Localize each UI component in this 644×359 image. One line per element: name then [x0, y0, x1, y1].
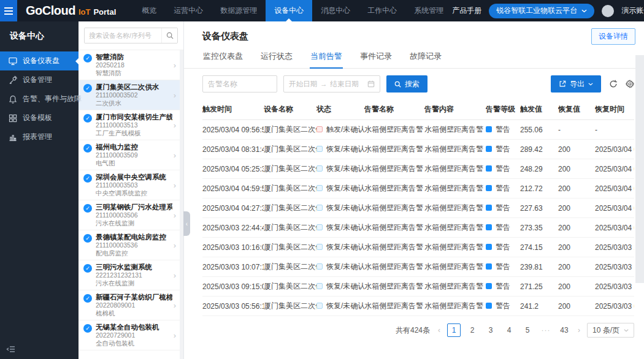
platform-selector[interactable]: 锐谷智联工业物联云平台: [489, 4, 594, 18]
nav-item-5[interactable]: 工作中心: [359, 0, 405, 21]
level-text: 警告: [496, 125, 510, 134]
tab-2[interactable]: 当前告警: [310, 49, 343, 69]
device-template: 二次供水: [96, 99, 172, 107]
column-header-6: 触发值: [520, 99, 558, 120]
device-list-item[interactable]: ✓无锡某全自动包装机20220729001全自动包装机›: [79, 320, 180, 350]
device-name: 景德镇某配电站房监控: [96, 233, 172, 241]
device-list-item[interactable]: ✓福州电力监控211100003509电气图›: [79, 140, 180, 170]
cell-alarm-name: 水箱侧壁距离告警: [364, 159, 424, 179]
tab-4[interactable]: 故障记录: [409, 49, 442, 69]
cell-device-name: 厦门集美区二次供水: [264, 120, 316, 140]
page-scrollbar[interactable]: [635, 55, 644, 283]
level-square-icon: [486, 283, 492, 289]
sidebar-item-1[interactable]: 设备管理: [0, 70, 79, 89]
page-number-5[interactable]: 5: [521, 323, 534, 337]
device-search-input[interactable]: [85, 28, 161, 43]
table-tools: 导出: [551, 75, 634, 93]
level-square-icon: [486, 263, 492, 270]
page-number-1[interactable]: 1: [447, 323, 461, 337]
cell-recover-time: 2025/03/04 04: [595, 198, 634, 218]
export-button[interactable]: 导出: [551, 75, 601, 93]
main-content: 设备仪表盘 设备详情 监控仪表盘运行状态当前告警事件记录故障记录 开始日期 → …: [184, 21, 644, 359]
cell-trigger-value: 271.25: [520, 277, 558, 297]
cell-trigger-time: 2025/03/03 09:15:08: [202, 277, 264, 297]
nav-item-2[interactable]: 数据源管理: [212, 0, 266, 21]
device-info: 厦门集美区二次供水211100003502二次供水: [96, 83, 172, 107]
cell-recover-value: 200: [558, 159, 595, 179]
device-serial: 20250218: [96, 61, 172, 69]
page-size-select[interactable]: 10 条/页: [587, 323, 634, 338]
device-info: 新疆石河子某纺织厂梳棉机20220809001梳棉机: [96, 293, 172, 317]
status-square-icon: [316, 283, 323, 289]
search-icon[interactable]: [161, 28, 177, 43]
chevron-down-icon: [581, 9, 587, 13]
level-text: 警告: [496, 282, 510, 290]
page-ellipsis[interactable]: ···: [539, 323, 553, 337]
page-number-4[interactable]: 4: [502, 323, 516, 337]
alarm-name-input[interactable]: [202, 75, 277, 93]
search-button[interactable]: 搜索: [386, 75, 427, 93]
table-row: 2025/03/04 08:31:47厦门集美区二次供水恢复/未确认水箱侧壁距离…: [202, 140, 634, 159]
sidebar-item-label: 报表管理: [23, 132, 52, 142]
tab-0[interactable]: 监控仪表盘: [202, 49, 243, 69]
device-template: 电气图: [96, 159, 172, 167]
nav-item-4[interactable]: 消息中心: [312, 0, 359, 21]
device-list-item[interactable]: ✓深圳会展中央空调系统211100003503中央空调系统监控›: [79, 170, 180, 200]
cell-alarm-level: 警告: [486, 238, 520, 257]
device-list-item[interactable]: ✓景德镇某配电站房监控211100003536配电房监控›: [79, 230, 180, 260]
date-range-picker[interactable]: 开始日期 → 结束日期: [283, 75, 380, 93]
column-header-7: 恢复值: [558, 99, 595, 120]
device-list-item[interactable]: ✓智慧消防20250218智慧消防›: [79, 50, 180, 80]
page-number-2[interactable]: 2: [466, 323, 479, 337]
panel-collapse-handle[interactable]: ‹: [183, 211, 190, 236]
check-circle-icon: ✓: [83, 114, 92, 123]
nav-item-0[interactable]: 概览: [133, 0, 165, 21]
check-circle-icon: ✓: [83, 174, 92, 183]
end-date-placeholder: 结束日期: [331, 80, 359, 89]
refresh-icon[interactable]: [609, 80, 618, 88]
device-list-item[interactable]: ✓厦门集美区二次供水211100003502二次供水›: [79, 80, 180, 110]
tab-3[interactable]: 事件记录: [359, 49, 393, 69]
chevron-down-icon: [588, 83, 593, 86]
page-number-43[interactable]: 43: [558, 323, 571, 337]
nav-item-1[interactable]: 运营中心: [165, 0, 212, 21]
tab-1[interactable]: 运行状态: [260, 49, 293, 69]
template-icon: [9, 114, 17, 123]
device-list-item[interactable]: ✓厦门市同安某模切生产线211100003513工厂生产线模板›: [79, 110, 180, 140]
page-number-3[interactable]: 3: [484, 323, 497, 337]
cell-alarm-content: 水箱侧壁距离告警: [424, 179, 486, 198]
cell-alarm-level: 警告: [486, 277, 520, 297]
device-template: 工厂生产线模板: [96, 129, 172, 137]
device-info: 景德镇某配电站房监控211100003536配电房监控: [96, 233, 172, 257]
cell-alarm-content: 水箱侧壁距离告警: [424, 257, 486, 277]
device-list-scrollbar[interactable]: [180, 50, 183, 359]
user-avatar[interactable]: [602, 5, 614, 17]
next-page-button[interactable]: ›: [576, 326, 582, 334]
sidebar-item-4[interactable]: 报表管理: [0, 127, 79, 146]
column-header-4: 告警内容: [424, 99, 486, 120]
gear-icon[interactable]: [626, 80, 634, 88]
device-name: 三明污水监测系统: [96, 263, 172, 271]
table-row: 2025/03/03 10:16:03厦门集美区二次供水恢复/未确认水箱侧壁距离…: [202, 238, 634, 257]
nav-item-6[interactable]: 系统管理: [405, 0, 452, 21]
status-text: 恢复/未确认: [326, 164, 364, 173]
product-manual-link[interactable]: 产品手册: [452, 6, 481, 16]
hamburger-menu-icon[interactable]: [0, 0, 17, 21]
account-name[interactable]: 演示账号: [621, 6, 644, 16]
device-serial: 211100003536: [96, 241, 172, 249]
sidebar-item-0[interactable]: 设备仪表盘: [0, 51, 79, 70]
check-circle-icon: ✓: [83, 324, 92, 333]
level-square-icon: [486, 205, 492, 211]
cell-trigger-value: 289.42: [520, 140, 558, 159]
prev-page-button[interactable]: ‹: [436, 326, 442, 334]
device-list-item[interactable]: ✓三明污水监测系统2221231232131污水在线监测›: [79, 260, 180, 290]
sidebar-item-2[interactable]: 告警、事件与故障: [0, 89, 79, 108]
device-detail-button[interactable]: 设备详情: [591, 28, 635, 45]
device-serial: 211100003506: [96, 211, 172, 219]
device-list-item[interactable]: ✓三明某钢铁厂污水处理系统211100003506污水在线监测›: [79, 200, 180, 230]
device-list-item[interactable]: ✓新疆石河子某纺织厂梳棉机20220809001梳棉机›: [79, 290, 180, 320]
sidebar-item-3[interactable]: 设备模板: [0, 108, 79, 127]
nav-item-3[interactable]: 设备中心: [266, 0, 312, 21]
status-text: 恢复/未确认: [326, 262, 364, 271]
sidebar-collapse-icon[interactable]: [6, 345, 16, 353]
